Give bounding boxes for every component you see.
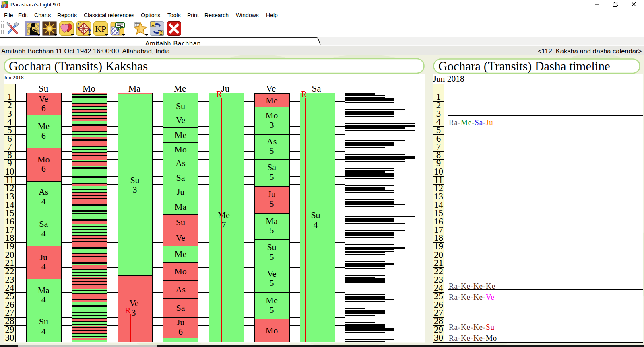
svg-text:4: 4 [41, 326, 46, 336]
svg-text:5: 5 [270, 146, 274, 156]
svg-text:5: 5 [270, 305, 274, 315]
svg-text:R: R [125, 305, 131, 315]
svg-text:3: 3 [270, 120, 274, 130]
svg-text:R: R [216, 89, 222, 99]
svg-text:Sa: Sa [176, 172, 185, 183]
svg-text:Mo: Mo [83, 84, 95, 94]
svg-text:R: R [301, 89, 307, 99]
svg-text:4: 4 [41, 294, 46, 304]
svg-text:Ve: Ve [129, 298, 138, 308]
svg-text:6: 6 [178, 326, 183, 337]
svg-text:6: 6 [41, 103, 46, 113]
svg-text:Mo: Mo [266, 110, 278, 120]
svg-text:Ve: Ve [39, 94, 48, 104]
svg-text:6: 6 [41, 164, 46, 174]
svg-text:1: 1 [152, 22, 154, 27]
svg-text:Mo: Mo [266, 325, 278, 335]
svg-text:Su: Su [311, 210, 320, 220]
svg-text:Amitabh Bachhan: Amitabh Bachhan [145, 40, 201, 46]
svg-text:Ju: Ju [268, 189, 276, 199]
svg-text:6: 6 [41, 131, 46, 141]
svg-text:Ra-Ke-Ke-Ve: Ra-Ke-Ke-Ve [449, 293, 495, 301]
svg-text:5: 5 [270, 252, 274, 262]
svg-text:Su: Su [39, 316, 48, 326]
svg-text:As: As [267, 136, 277, 146]
svg-text:5: 5 [270, 225, 274, 235]
svg-text:Ve: Ve [266, 84, 276, 94]
svg-text:Me: Me [266, 95, 277, 105]
svg-text:5: 5 [270, 278, 274, 288]
svg-text:Ju: Ju [177, 317, 185, 327]
svg-text:Ve: Ve [176, 115, 185, 125]
svg-text:30: 30 [434, 333, 443, 343]
svg-text:4: 4 [41, 228, 46, 238]
svg-text:Ma: Ma [266, 216, 278, 226]
svg-text:Sa: Sa [176, 303, 185, 313]
svg-text:5: 5 [270, 199, 274, 209]
svg-text:Me: Me [175, 130, 186, 140]
svg-text:Ju: Ju [40, 252, 48, 262]
svg-text:7: 7 [222, 220, 226, 230]
svg-text:5: 5 [270, 172, 274, 182]
svg-text:Jun 2018: Jun 2018 [433, 74, 464, 84]
svg-text:Ra-Ke-Ke-Mo: Ra-Ke-Ke-Mo [449, 334, 497, 342]
svg-text:As: As [175, 158, 185, 168]
svg-text:Me: Me [218, 210, 229, 220]
svg-text:Mo: Mo [174, 144, 187, 154]
svg-text:Su: Su [267, 242, 276, 252]
svg-text:Ma: Ma [128, 84, 141, 94]
svg-text:Sa: Sa [267, 162, 276, 172]
svg-text:3: 3 [132, 308, 136, 318]
svg-text:Ra-Ke-Ke-Ke: Ra-Ke-Ke-Ke [449, 282, 495, 290]
svg-text:Sa: Sa [39, 219, 48, 229]
svg-text:2: 2 [160, 31, 163, 35]
svg-text:Mo: Mo [37, 154, 50, 164]
svg-text:Su: Su [176, 101, 185, 111]
svg-text:Ve: Ve [267, 269, 276, 279]
svg-text:Jun 2018: Jun 2018 [4, 74, 24, 80]
svg-text:Ma: Ma [38, 285, 50, 295]
svg-text:Ve: Ve [176, 233, 185, 243]
svg-text:Gochara (Transits) Dasha timel: Gochara (Transits) Dasha timeline [438, 59, 610, 73]
svg-text:Gochara (Transits) Kakshas: Gochara (Transits) Kakshas [9, 59, 148, 73]
svg-text:As: As [175, 284, 185, 294]
svg-text:Ju: Ju [177, 187, 185, 197]
svg-text:4: 4 [41, 261, 46, 271]
svg-text:3: 3 [133, 185, 137, 195]
svg-text:30: 30 [5, 333, 14, 343]
svg-text:Me: Me [266, 295, 277, 305]
svg-text:Ra-Me-Sa-Ju: Ra-Me-Sa-Ju [449, 118, 493, 127]
svg-text:Ju: Ju [221, 84, 230, 94]
svg-text:4: 4 [41, 196, 46, 206]
svg-text:4: 4 [314, 220, 318, 230]
svg-text:Me: Me [175, 249, 186, 259]
svg-text:KP: KP [95, 24, 106, 34]
svg-text:Mo: Mo [174, 266, 187, 276]
svg-text:Me: Me [174, 84, 186, 94]
svg-text:Ma: Ma [175, 202, 187, 212]
svg-text:Su: Su [176, 217, 185, 227]
svg-text:Me: Me [38, 121, 50, 131]
svg-text:Ra-Ke-Ke-Su: Ra-Ke-Ke-Su [449, 323, 495, 331]
svg-text:Su: Su [130, 175, 139, 185]
svg-text:Sa: Sa [312, 84, 321, 94]
svg-text:As: As [39, 187, 48, 197]
svg-text:Su: Su [39, 84, 49, 94]
